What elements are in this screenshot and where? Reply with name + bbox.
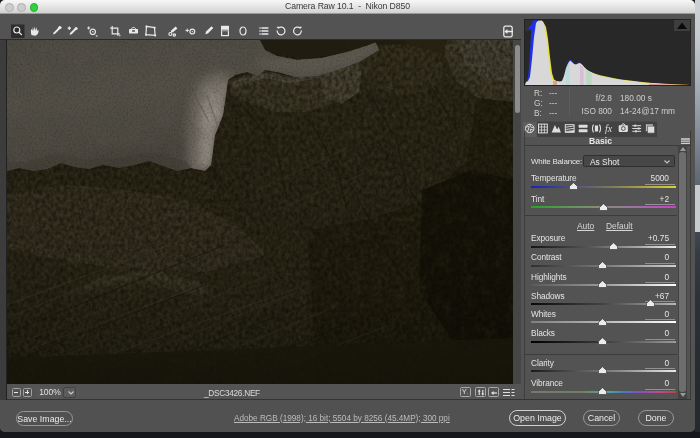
svg-text:fx: fx [605,123,613,134]
